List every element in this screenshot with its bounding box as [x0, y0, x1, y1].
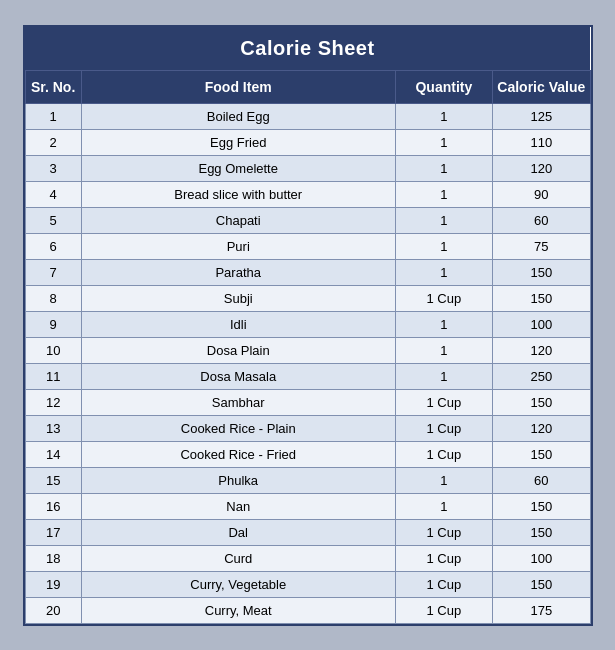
cell-qty: 1 Cup [395, 441, 492, 467]
table-row: 4Bread slice with butter190 [25, 181, 590, 207]
table-row: 17Dal1 Cup150 [25, 519, 590, 545]
table-row: 11Dosa Masala1250 [25, 363, 590, 389]
cell-food: Puri [81, 233, 395, 259]
cell-cal: 150 [493, 493, 590, 519]
cell-srno: 15 [25, 467, 81, 493]
cell-food: Dal [81, 519, 395, 545]
cell-qty: 1 Cup [395, 519, 492, 545]
cell-srno: 9 [25, 311, 81, 337]
cell-food: Boiled Egg [81, 103, 395, 129]
cell-qty: 1 Cup [395, 285, 492, 311]
cell-food: Dosa Masala [81, 363, 395, 389]
table-title: Calorie Sheet [25, 27, 590, 71]
cell-cal: 150 [493, 571, 590, 597]
cell-srno: 8 [25, 285, 81, 311]
cell-srno: 11 [25, 363, 81, 389]
table-row: 6Puri175 [25, 233, 590, 259]
cell-food: Egg Fried [81, 129, 395, 155]
cell-srno: 18 [25, 545, 81, 571]
cell-srno: 5 [25, 207, 81, 233]
cell-cal: 150 [493, 259, 590, 285]
cell-food: Curry, Vegetable [81, 571, 395, 597]
cell-srno: 14 [25, 441, 81, 467]
cell-qty: 1 Cup [395, 389, 492, 415]
table-row: 1Boiled Egg1125 [25, 103, 590, 129]
cell-food: Chapati [81, 207, 395, 233]
cell-qty: 1 [395, 155, 492, 181]
cell-cal: 100 [493, 311, 590, 337]
col-header-food: Food Item [81, 70, 395, 103]
cell-cal: 120 [493, 337, 590, 363]
table-row: 16Nan1150 [25, 493, 590, 519]
table-body: 1Boiled Egg11252Egg Fried11103Egg Omelet… [25, 103, 590, 623]
cell-cal: 120 [493, 415, 590, 441]
table-row: 8Subji1 Cup150 [25, 285, 590, 311]
cell-srno: 3 [25, 155, 81, 181]
cell-srno: 1 [25, 103, 81, 129]
cell-srno: 12 [25, 389, 81, 415]
cell-cal: 250 [493, 363, 590, 389]
cell-qty: 1 [395, 103, 492, 129]
cell-food: Phulka [81, 467, 395, 493]
cell-food: Sambhar [81, 389, 395, 415]
table-row: 15Phulka160 [25, 467, 590, 493]
cell-food: Cooked Rice - Plain [81, 415, 395, 441]
table-row: 12Sambhar1 Cup150 [25, 389, 590, 415]
cell-qty: 1 Cup [395, 415, 492, 441]
cell-cal: 60 [493, 207, 590, 233]
cell-cal: 75 [493, 233, 590, 259]
table-row: 5Chapati160 [25, 207, 590, 233]
cell-cal: 125 [493, 103, 590, 129]
cell-food: Cooked Rice - Fried [81, 441, 395, 467]
col-header-cal: Caloric Value [493, 70, 590, 103]
cell-qty: 1 [395, 181, 492, 207]
column-header-row: Sr. No. Food Item Quantity Caloric Value [25, 70, 590, 103]
cell-cal: 100 [493, 545, 590, 571]
cell-srno: 10 [25, 337, 81, 363]
cell-qty: 1 [395, 363, 492, 389]
cell-qty: 1 [395, 207, 492, 233]
cell-qty: 1 [395, 467, 492, 493]
calorie-sheet-container: Calorie Sheet Sr. No. Food Item Quantity… [23, 25, 593, 626]
cell-food: Paratha [81, 259, 395, 285]
cell-qty: 1 [395, 129, 492, 155]
cell-food: Curry, Meat [81, 597, 395, 623]
cell-food: Dosa Plain [81, 337, 395, 363]
table-title-row: Calorie Sheet [25, 27, 590, 71]
cell-qty: 1 Cup [395, 597, 492, 623]
cell-srno: 2 [25, 129, 81, 155]
cell-qty: 1 Cup [395, 571, 492, 597]
col-header-srno: Sr. No. [25, 70, 81, 103]
calorie-table: Calorie Sheet Sr. No. Food Item Quantity… [25, 27, 591, 624]
cell-srno: 7 [25, 259, 81, 285]
cell-cal: 150 [493, 441, 590, 467]
cell-srno: 16 [25, 493, 81, 519]
table-row: 2Egg Fried1110 [25, 129, 590, 155]
cell-srno: 17 [25, 519, 81, 545]
cell-srno: 4 [25, 181, 81, 207]
cell-qty: 1 [395, 233, 492, 259]
cell-cal: 150 [493, 389, 590, 415]
table-row: 10Dosa Plain1120 [25, 337, 590, 363]
cell-cal: 90 [493, 181, 590, 207]
cell-qty: 1 [395, 259, 492, 285]
cell-cal: 175 [493, 597, 590, 623]
table-row: 3Egg Omelette1120 [25, 155, 590, 181]
table-row: 13Cooked Rice - Plain1 Cup120 [25, 415, 590, 441]
cell-qty: 1 Cup [395, 545, 492, 571]
cell-cal: 60 [493, 467, 590, 493]
cell-cal: 120 [493, 155, 590, 181]
cell-qty: 1 [395, 337, 492, 363]
table-row: 7Paratha1150 [25, 259, 590, 285]
cell-food: Subji [81, 285, 395, 311]
cell-food: Idli [81, 311, 395, 337]
cell-food: Bread slice with butter [81, 181, 395, 207]
cell-food: Egg Omelette [81, 155, 395, 181]
table-row: 9Idli1100 [25, 311, 590, 337]
table-row: 19Curry, Vegetable1 Cup150 [25, 571, 590, 597]
cell-food: Curd [81, 545, 395, 571]
cell-cal: 150 [493, 285, 590, 311]
cell-srno: 19 [25, 571, 81, 597]
cell-srno: 6 [25, 233, 81, 259]
table-row: 14Cooked Rice - Fried1 Cup150 [25, 441, 590, 467]
